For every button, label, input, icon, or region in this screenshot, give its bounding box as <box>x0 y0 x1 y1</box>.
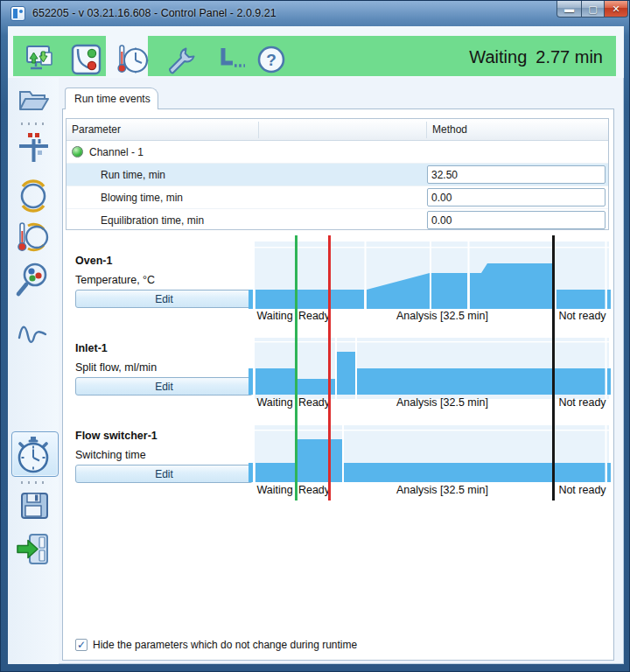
phase-label: Analysis [32.5 min] <box>331 484 554 497</box>
sidebar-item-flow-scheme[interactable] <box>8 130 59 165</box>
phase-label: Ready <box>298 396 331 410</box>
sidebar-separator <box>21 481 46 484</box>
runtime-events-toolbar-button[interactable] <box>211 40 248 79</box>
phase-label: Analysis [32.5 min] <box>331 310 554 323</box>
hide-params-label: Hide the parameters which do not change … <box>93 639 357 651</box>
equilibration-time-input[interactable] <box>427 211 606 229</box>
green-marker <box>295 235 298 500</box>
sidebar-item-oven-temperature[interactable] <box>8 220 59 255</box>
phase-label: Not ready <box>554 396 611 410</box>
status-text: Waiting2.77 min <box>460 47 603 67</box>
stopwatch-icon <box>14 435 52 475</box>
edit-button-flow-switcher[interactable]: Edit <box>75 465 253 483</box>
table-row-channel[interactable]: Channel - 1 <box>66 141 608 164</box>
status-time: 2.77 min <box>536 47 603 66</box>
parameter-table: Parameter Method Channel - 1 Run time, m… <box>66 118 609 230</box>
phase-label: Ready <box>298 484 331 497</box>
send-method-icon <box>21 42 56 77</box>
title-bar[interactable]: 652205 - v 03.21.16.608 - Control Panel … <box>1 1 630 26</box>
tab-label: Run time events <box>74 93 150 105</box>
sidebar-item-detector[interactable] <box>8 262 59 298</box>
send-method-button[interactable] <box>20 40 57 79</box>
sidebar <box>8 78 59 664</box>
open-folder-icon <box>17 87 50 115</box>
equilibration-time-label: Equilibration time, min <box>101 214 204 227</box>
sidebar-item-exit[interactable] <box>8 531 59 568</box>
phase-label: Not ready <box>554 484 611 497</box>
minimize-button[interactable]: ▬ <box>556 1 582 18</box>
section-param-oven: Temperature, °C <box>75 274 155 286</box>
channel-label: Channel - 1 <box>89 146 144 158</box>
instrument-status-icon <box>68 42 103 77</box>
oven-thermometer-icon <box>16 220 51 255</box>
flow-switcher-1-timeline-chart <box>248 425 611 482</box>
help-button[interactable]: ? <box>253 40 290 79</box>
maximize-button[interactable]: ▢ <box>581 1 605 18</box>
phase-label: Ready <box>298 310 331 323</box>
edit-button-oven[interactable]: Edit <box>75 290 253 308</box>
runtime-monitor-button[interactable] <box>114 40 150 79</box>
inlet-1-timeline-chart <box>248 338 611 399</box>
sidebar-separator <box>21 122 46 125</box>
toolbar: ? Waiting2.77 min <box>8 26 624 78</box>
exit-icon <box>15 531 52 568</box>
table-row-blowing-time[interactable]: Blowing time, min <box>66 186 608 209</box>
section-name-flow-switcher: Flow switcher-1 <box>75 430 158 442</box>
section-param-inlet: Split flow, ml/min <box>75 361 157 374</box>
save-floppy-icon <box>17 489 50 522</box>
svg-text:?: ? <box>266 51 276 69</box>
wrench-icon <box>163 42 198 77</box>
column-divider[interactable] <box>426 122 427 138</box>
flow-scheme-icon <box>16 130 51 165</box>
column-header-method[interactable]: Method <box>432 123 467 136</box>
chromatogram-wave-icon <box>18 318 49 345</box>
column-divider[interactable] <box>258 122 259 138</box>
phase-label: Waiting <box>253 396 297 410</box>
phase-label: Waiting <box>253 484 297 497</box>
column-oven-icon <box>16 178 51 214</box>
section-name-inlet: Inlet-1 <box>75 342 108 354</box>
help-icon: ? <box>255 43 288 76</box>
section-name-oven: Oven-1 <box>75 255 112 267</box>
section-param-flow-switcher: Switching time <box>75 449 146 461</box>
sidebar-item-chromatogram[interactable] <box>8 318 59 345</box>
oven-1-timeline-chart <box>248 242 611 309</box>
edit-button-inlet[interactable]: Edit <box>75 377 253 396</box>
instrument-status-button[interactable] <box>67 40 104 79</box>
phase-label: Analysis [32.5 min] <box>331 396 554 410</box>
black-marker <box>552 235 555 500</box>
table-row-equilibration-time[interactable]: Equilibration time, min <box>66 209 608 232</box>
blowing-time-label: Blowing time, min <box>101 192 183 204</box>
column-header-parameter[interactable]: Parameter <box>72 123 121 136</box>
status-label: Waiting <box>469 47 527 66</box>
tab-run-time-events[interactable]: Run time events <box>65 88 158 109</box>
close-button[interactable]: ✕ <box>604 1 628 18</box>
window-title: 652205 - v 03.21.16.608 - Control Panel … <box>32 7 276 19</box>
app-icon <box>10 6 25 21</box>
sidebar-item-column-oven[interactable] <box>8 178 59 214</box>
run-time-input[interactable] <box>427 165 606 184</box>
hide-params-checkbox[interactable]: ✓ <box>75 639 88 651</box>
table-row-run-time[interactable]: Run time, min <box>66 164 608 186</box>
red-marker <box>328 235 331 500</box>
sidebar-item-open-file[interactable] <box>8 87 59 115</box>
phase-label: Waiting <box>253 310 297 323</box>
sidebar-item-runtime-events[interactable] <box>8 435 59 475</box>
sidebar-item-save[interactable] <box>8 489 59 522</box>
thermometer-clock-icon <box>114 41 150 78</box>
table-header: Parameter Method <box>66 119 608 141</box>
step-signal-icon <box>212 42 247 77</box>
channel-status-led-icon <box>72 146 83 158</box>
footer-checkbox-row: ✓ Hide the parameters which do not chang… <box>75 639 357 651</box>
blowing-time-input[interactable] <box>427 188 606 206</box>
detector-magnifier-icon <box>15 262 52 298</box>
phase-label: Not ready <box>554 310 611 323</box>
settings-button[interactable] <box>162 40 199 79</box>
app-window: 652205 - v 03.21.16.608 - Control Panel … <box>0 0 630 672</box>
run-time-label: Run time, min <box>101 169 165 181</box>
